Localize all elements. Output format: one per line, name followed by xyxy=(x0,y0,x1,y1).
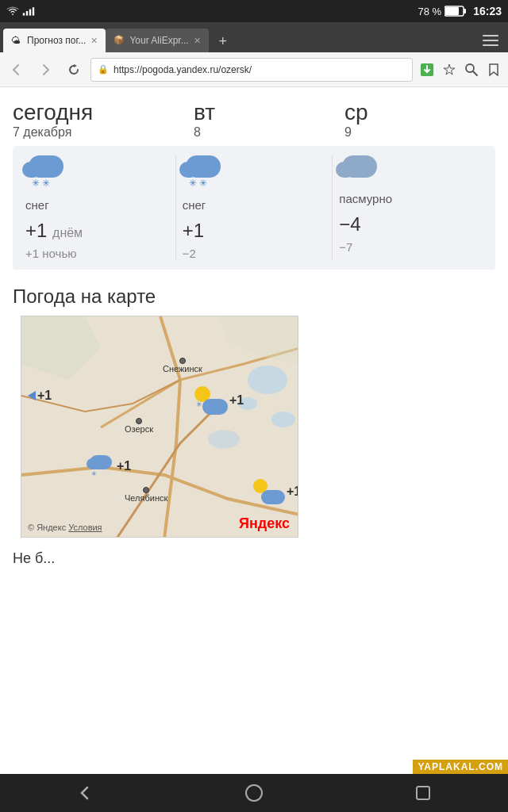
watermark: YAPLAKAL.COM xyxy=(413,760,508,774)
today-temp-day: +1 днём xyxy=(25,220,83,242)
today-label: сегодня xyxy=(13,100,194,125)
svg-point-14 xyxy=(248,366,287,394)
map-section: Погода на карте xyxy=(13,285,495,538)
map-weather-snezhinsk: ✳ +1 xyxy=(194,386,244,415)
back-nav-button[interactable] xyxy=(53,774,117,812)
tuesday-temp-day: +1 xyxy=(183,220,204,242)
svg-point-19 xyxy=(246,785,262,801)
tuesday-label: вт xyxy=(194,100,344,125)
wifi-icon xyxy=(6,6,19,16)
bookmark-icon xyxy=(487,63,501,77)
reload-button[interactable] xyxy=(62,58,86,82)
svg-line-12 xyxy=(473,71,477,75)
yandex-logo: Яндекс xyxy=(239,515,290,532)
signal-icon xyxy=(22,6,35,16)
tab-ali[interactable]: 📦 Your AliExpr... ✕ xyxy=(106,29,208,52)
city-name-chelyabinsk: Челябинск xyxy=(125,493,167,503)
tuesday-header: вт 8 xyxy=(194,100,344,140)
city-dot-snezhinsk xyxy=(179,358,186,364)
search-icon xyxy=(464,63,479,77)
tab-weather[interactable]: 🌤 Прогноз пог... ✕ xyxy=(3,29,106,52)
recent-nav-button[interactable] xyxy=(391,774,455,812)
svg-rect-1 xyxy=(26,11,28,16)
tab-close-weather[interactable]: ✕ xyxy=(90,36,98,46)
map-container[interactable]: Снежинск Озерск Челябинск +1 xyxy=(21,316,298,538)
city-dot-chelyabinsk xyxy=(143,487,149,493)
home-nav-button[interactable] xyxy=(222,774,286,812)
svg-rect-7 xyxy=(483,35,498,36)
star-icon[interactable] xyxy=(440,58,459,82)
today-temp-label: днём xyxy=(52,226,83,239)
back-nav-icon xyxy=(75,783,94,802)
battery-icon xyxy=(444,6,467,17)
url-text: https://pogoda.yandex.ru/ozersk/ xyxy=(114,64,406,75)
recent-nav-icon xyxy=(415,785,431,801)
weather-header: сегодня 7 декабря вт 8 ср 9 xyxy=(13,100,495,140)
today-temp-night: +1 ночью xyxy=(25,247,76,260)
address-right-icons xyxy=(418,58,503,82)
wednesday-header: ср 9 xyxy=(344,100,495,140)
address-input[interactable]: 🔒 https://pogoda.yandex.ru/ozersk/ xyxy=(90,58,413,82)
tuesday-date: 8 xyxy=(194,125,344,140)
map-weather-chelyabinsk: +1 xyxy=(253,479,298,504)
bookmark-button[interactable] xyxy=(484,58,503,82)
battery-text: 78 % xyxy=(418,6,442,17)
wednesday-temp-day: −4 xyxy=(339,213,360,236)
tuesday-weather-cell: ✳ ✳ снег +1 −2 xyxy=(176,155,333,260)
svg-rect-5 xyxy=(464,9,466,13)
wednesday-weather-desc: пасмурно xyxy=(339,192,392,205)
new-tab-button[interactable]: + xyxy=(212,30,234,52)
city-name-ozersk: Озерск xyxy=(125,424,153,434)
tuesday-weather-desc: снег xyxy=(183,198,206,212)
menu-icon xyxy=(483,35,498,46)
star-svg xyxy=(442,63,456,77)
map-temp-ozersk: +1 xyxy=(117,459,131,473)
svg-rect-2 xyxy=(29,10,31,16)
tuesday-temp-night: −2 xyxy=(183,247,196,260)
svg-rect-3 xyxy=(33,7,34,15)
conditions-link[interactable]: Условия xyxy=(68,523,102,532)
download-icon[interactable] xyxy=(418,58,437,82)
today-weather-cell: ✳ ✳ снег +1 днём +1 ночью xyxy=(19,155,176,260)
tab-label-ali: Your AliExpr... xyxy=(129,35,188,46)
reload-icon xyxy=(67,63,81,77)
address-bar: 🔒 https://pogoda.yandex.ru/ozersk/ xyxy=(0,52,508,87)
map-temp-snezhinsk: +1 xyxy=(229,393,244,408)
page-content: сегодня 7 декабря вт 8 ср 9 ✳ ✳ снег +1 … xyxy=(0,87,508,567)
wednesday-temp-night: −7 xyxy=(339,240,352,254)
city-snezhinsk: Снежинск xyxy=(163,358,202,373)
svg-rect-8 xyxy=(483,40,498,41)
status-left xyxy=(6,6,418,16)
arrow-icon-left xyxy=(28,388,36,404)
wednesday-label: ср xyxy=(344,100,495,125)
lock-icon: 🔒 xyxy=(98,64,109,75)
svg-rect-6 xyxy=(445,7,459,15)
wednesday-weather-cell: пасмурно −4 −7 xyxy=(333,155,489,260)
city-ozersk: Озерск xyxy=(125,418,153,434)
browser-tabs: 🌤 Прогноз пог... ✕ 📦 Your AliExpr... ✕ + xyxy=(0,22,508,52)
more-hint: Не б... xyxy=(13,550,495,567)
back-icon xyxy=(10,63,24,77)
search-button[interactable] xyxy=(462,58,481,82)
tab-favicon-ali: 📦 xyxy=(114,35,125,46)
map-temp-chelyabinsk: +1 xyxy=(287,485,298,499)
today-header: сегодня 7 декабря xyxy=(13,100,194,140)
city-dot-ozersk xyxy=(136,418,142,424)
map-weather-left: +1 xyxy=(28,388,52,404)
forward-button[interactable] xyxy=(33,58,57,82)
map-copyright: © Яндекс Условия xyxy=(28,523,102,532)
svg-rect-20 xyxy=(417,787,429,799)
svg-rect-0 xyxy=(23,13,25,15)
back-button[interactable] xyxy=(5,58,29,82)
menu-button[interactable] xyxy=(476,29,505,52)
tab-close-ali[interactable]: ✕ xyxy=(194,36,201,46)
wednesday-weather-icon xyxy=(339,155,383,187)
svg-rect-9 xyxy=(483,44,498,46)
today-date: 7 декабря xyxy=(13,125,194,140)
map-temp-left: +1 xyxy=(37,389,52,403)
tab-favicon-weather: 🌤 xyxy=(11,35,22,46)
home-nav-icon xyxy=(244,783,264,802)
city-chelyabinsk: Челябинск xyxy=(125,487,167,503)
map-roads xyxy=(21,316,298,538)
svg-marker-18 xyxy=(28,391,36,400)
